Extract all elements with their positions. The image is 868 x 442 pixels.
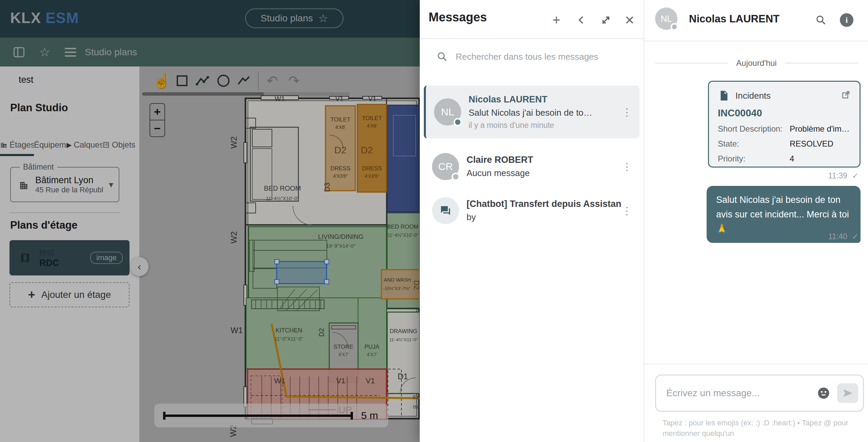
plan-label-v1-top-a: V1 [335, 95, 343, 102]
plan-label-dress-a: DRESS [331, 165, 351, 172]
conversation-nicolas[interactable]: NL Nicolas LAURENT Salut Nicolas j'ai be… [424, 85, 639, 138]
scale-bar: 5 m [154, 404, 388, 427]
plan-label-dress-b: DRESS [362, 165, 382, 172]
plan-label-bedroom-r-dim: 11'-4½"X10'-0" [387, 232, 418, 238]
plan-label-v1-top-b: V1 [368, 95, 376, 102]
conversation-time: il y a moins d'une minute [469, 121, 622, 130]
sidebar-collapse-button[interactable]: ‹ [130, 257, 149, 276]
send-button[interactable] [837, 383, 858, 403]
message-composer [655, 374, 864, 412]
plan-label-dress-a-dim: 4'X3'6" [333, 173, 348, 179]
plan-label-exte: EXTE [413, 394, 420, 400]
conversation-chatbot[interactable]: [Chatbot] Transfert depuis Assistan… by … [424, 191, 639, 231]
expand-button[interactable] [597, 12, 614, 28]
plan-canvas[interactable]: ☝ ↶ ↷ + − [139, 66, 420, 442]
polyline-tool-button[interactable] [194, 72, 211, 90]
floor-plan-image[interactable]: W1 V1 V1 W2 W2 W1 W2 BED ROOM 11'-4½"X10… [210, 95, 420, 442]
favorite-star-icon[interactable]: ☆ [318, 12, 328, 25]
layers-icon: ▶ [66, 141, 72, 149]
workspace-pill-button[interactable]: Studio plans ☆ [245, 8, 343, 28]
conversation-preview: by [467, 212, 622, 223]
select-tool-button[interactable]: ☝ [153, 72, 171, 90]
selected-table-object[interactable] [277, 262, 327, 284]
plan-label-living-dim: 19'-9"X14'-0" [326, 243, 355, 249]
tab-etages[interactable]: Étages [0, 134, 34, 155]
avatar: CR [432, 153, 459, 180]
incident-card[interactable]: Incidents INC00040 Short Description: Pr… [708, 81, 861, 168]
circle-tool-button[interactable] [215, 72, 232, 90]
plan-label-d2-c: D2 [412, 280, 420, 290]
plan-label-w2-b: W2 [229, 231, 238, 244]
page-toolbar: ☆ Studio plans [0, 38, 420, 66]
redo-button[interactable]: ↷ [285, 72, 303, 90]
plan-label-handwash-dim: -10½"X3'-7½" [383, 286, 410, 291]
building-selector[interactable]: Bâtiment Bâtiment Lyon 45 Rue de la Répu… [10, 167, 119, 202]
tab-objets[interactable]: Objets [102, 134, 136, 155]
active-tab-indicator [0, 154, 34, 156]
plan-label-d3: D3 [323, 182, 331, 192]
message-timestamp: 11:39 ✓ [828, 171, 859, 180]
chat-info-button[interactable]: i [839, 12, 854, 28]
document-icon [718, 90, 729, 101]
emoji-picker-button[interactable] [816, 386, 831, 401]
map-icon [19, 252, 31, 264]
main-workspace: KLX ESM Studio plans ☆ ☆ Studio plans te… [0, 0, 420, 442]
plan-label-puja: PUJA [364, 344, 379, 350]
chat-header: NL Nicolas LAURENT i [644, 0, 868, 41]
external-link-icon[interactable] [841, 90, 851, 101]
building-address: 45 Rue de la République, 6 [35, 186, 103, 194]
logo-esm: ESM [45, 9, 79, 26]
divider [644, 364, 868, 364]
favorite-page-button[interactable]: ☆ [38, 45, 52, 59]
more-options-icon[interactable]: ⋮ [622, 106, 632, 118]
plan-label-d2-d: D2 [318, 328, 325, 337]
building-legend: Bâtiment [20, 162, 57, 172]
chat-search-button[interactable] [813, 12, 829, 28]
tab-equipements-label: Équipements [34, 140, 66, 150]
rectangle-tool-button[interactable] [173, 72, 191, 90]
status-dot [452, 173, 460, 181]
plan-label-d2-a: D2 [334, 145, 347, 155]
floor-card-rdc[interactable]: test RDC image [9, 240, 130, 275]
send-icon [842, 387, 853, 399]
message-timestamp: 11:40 ✓ [828, 232, 859, 241]
tab-calques-label: Calques [74, 140, 102, 150]
floor-card-level: RDC [39, 258, 59, 268]
avatar-initials: NL [441, 106, 454, 118]
add-floor-label: Ajouter un étage [41, 289, 111, 300]
new-message-button[interactable] [548, 12, 565, 28]
zoom-in-button[interactable]: + [150, 104, 164, 120]
message-input[interactable] [666, 388, 816, 399]
plan-label-toilet-b: TOILET [362, 115, 382, 121]
field-label: State: [718, 139, 790, 149]
check-icon: ✓ [852, 232, 859, 241]
square-icon [177, 75, 188, 86]
plan-label-store: STORE [334, 344, 353, 350]
conversation-claire[interactable]: CR Claire ROBERT Aucun message ⋮ [424, 147, 639, 187]
menu-button[interactable] [64, 45, 77, 59]
tab-equipements[interactable]: Équipements [34, 134, 66, 155]
plan-label-d1: D1 [398, 372, 408, 381]
chat-bubbles-icon [439, 204, 452, 217]
zoom-out-button[interactable]: − [150, 120, 164, 136]
day-divider: Aujourd'hui [655, 58, 858, 68]
add-floor-button[interactable]: + Ajouter un étage [9, 282, 130, 307]
sidebar-toggle-button[interactable] [12, 45, 26, 59]
search-input[interactable] [456, 52, 618, 62]
more-options-icon[interactable]: ⋮ [622, 161, 632, 173]
undo-button[interactable]: ↶ [263, 72, 281, 90]
chat-panel: NL Nicolas LAURENT i Aujourd'hui Inciden… [644, 0, 868, 442]
plan-label-kitchen-dim: 11'-0"X11'-0" [275, 336, 303, 342]
timestamp-text: 11:40 [828, 232, 847, 241]
more-options-icon[interactable]: ⋮ [622, 205, 632, 217]
close-button[interactable] [621, 12, 638, 28]
plan-label-d2-b: D2 [361, 145, 373, 155]
scale-line [163, 415, 353, 417]
divider [9, 212, 120, 213]
search-icon [437, 51, 448, 62]
floor-card-name: test [39, 247, 59, 258]
chat-avatar: NL [655, 7, 677, 30]
back-button[interactable] [573, 12, 590, 28]
line-tool-button[interactable] [235, 72, 253, 90]
tab-calques[interactable]: ▶ Calques [66, 134, 102, 155]
